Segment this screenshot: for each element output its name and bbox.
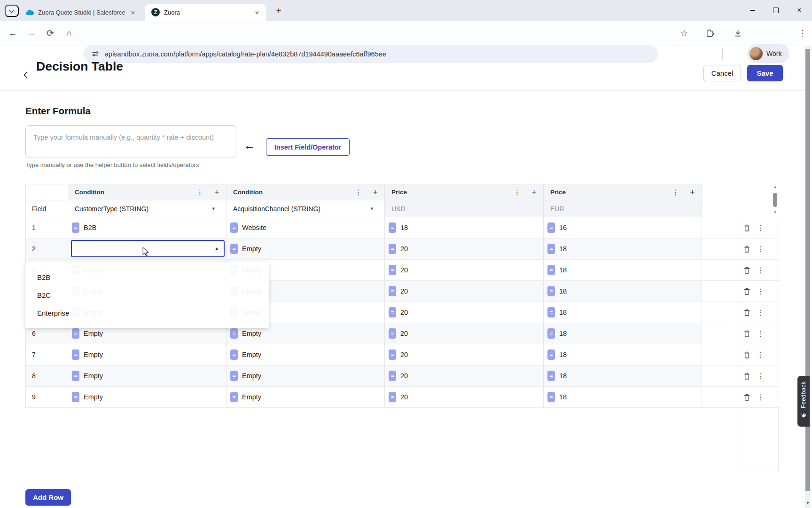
add-column-icon[interactable]: +	[373, 184, 378, 200]
table-scrollbar[interactable]: ▲ ▼	[772, 185, 778, 215]
field-select-customer-type[interactable]: CustomerType (STRING) ▾	[68, 200, 226, 217]
cancel-button[interactable]: Cancel	[703, 65, 741, 81]
column-menu-icon[interactable]: ⋮	[355, 184, 362, 200]
condition-1-cell[interactable]: ▴	[68, 238, 226, 259]
site-info-icon[interactable]	[91, 50, 99, 58]
add-row-button[interactable]: Add Row	[25, 489, 71, 506]
feedback-tab[interactable]: Feedback	[797, 376, 810, 427]
cell-value: 18	[559, 266, 567, 274]
page-scroll-down-icon[interactable]: ▼	[805, 499, 811, 507]
delete-row-button[interactable]	[743, 351, 750, 359]
delete-row-button[interactable]	[743, 287, 750, 295]
dropdown-option[interactable]: Enterprise	[25, 304, 269, 322]
condition-1-cell[interactable]: =Empty	[68, 344, 226, 365]
download-icon[interactable]	[729, 21, 746, 46]
column-menu-icon[interactable]: ⋮	[672, 184, 679, 200]
price-usd-cell[interactable]: =20	[385, 238, 544, 259]
price-usd-cell[interactable]: =20	[385, 344, 544, 365]
bookmark-star-icon[interactable]: ☆	[676, 21, 693, 46]
caret-down-icon: ▾	[212, 206, 215, 212]
cell-value: 18	[559, 330, 567, 337]
price-eur-cell[interactable]: =18	[544, 260, 702, 280]
window-minimize-button[interactable]	[742, 0, 763, 21]
url-text[interactable]: apisandbox.zuora.com/platform/apps/catal…	[105, 50, 386, 58]
save-button[interactable]: Save	[747, 65, 783, 81]
profile-button[interactable]: Work	[747, 44, 789, 63]
browser-menu-icon[interactable]: ⋮	[795, 21, 810, 46]
price-usd-cell[interactable]: =20	[385, 281, 544, 302]
delete-row-button[interactable]	[743, 372, 750, 380]
price-usd-cell[interactable]: =20	[385, 365, 544, 386]
row-menu-button[interactable]: ⋮	[757, 372, 765, 381]
add-column-icon[interactable]: +	[531, 184, 537, 200]
add-column-icon[interactable]: +	[690, 184, 695, 200]
row-menu-button[interactable]: ⋮	[757, 266, 765, 275]
price-eur-cell[interactable]: =18	[544, 281, 702, 302]
delete-row-button[interactable]	[743, 309, 750, 317]
row-menu-button[interactable]: ⋮	[757, 287, 765, 296]
price-usd-cell[interactable]: =18	[385, 217, 544, 238]
condition-1-cell[interactable]: =Empty	[68, 365, 226, 386]
condition-2-cell[interactable]: =Website	[226, 217, 385, 238]
column-menu-icon[interactable]: ⋮	[514, 184, 521, 200]
window-maximize-button[interactable]	[765, 0, 787, 21]
delete-row-button[interactable]	[743, 224, 750, 232]
dropdown-option[interactable]: B2B	[25, 268, 269, 286]
condition-1-cell[interactable]: =Empty	[68, 387, 226, 407]
table-scrollbar-thumb[interactable]	[773, 193, 777, 207]
delete-row-button[interactable]	[743, 393, 750, 401]
condition-2-cell[interactable]: =Empty	[226, 387, 385, 407]
price-usd-cell[interactable]: =20	[385, 387, 544, 407]
field-select-acquisition-channel[interactable]: AcquisitionChannel (STRING) ▾	[226, 200, 385, 217]
row-menu-button[interactable]: ⋮	[757, 329, 765, 338]
price-eur-cell[interactable]: =18	[544, 344, 702, 365]
scroll-down-icon[interactable]: ▼	[773, 210, 777, 215]
row-menu-button[interactable]: ⋮	[757, 350, 765, 359]
row-menu-button[interactable]: ⋮	[757, 393, 765, 402]
delete-row-button[interactable]	[743, 330, 750, 338]
price-eur-cell[interactable]: =18	[544, 387, 702, 407]
back-button[interactable]: ←	[5, 21, 21, 46]
row-menu-button[interactable]: ⋮	[757, 308, 765, 317]
window-close-button[interactable]: ×	[789, 0, 810, 21]
add-column-icon[interactable]: +	[214, 184, 219, 200]
tab-search-button[interactable]	[5, 5, 19, 17]
tab-close-button[interactable]: ×	[253, 8, 261, 16]
extensions-icon[interactable]	[701, 21, 718, 46]
condition-combobox-open[interactable]: ▴	[71, 240, 225, 257]
header-divider	[0, 90, 804, 91]
delete-row-button[interactable]	[743, 245, 750, 253]
insert-field-operator-button[interactable]: Insert Field/Operator	[266, 138, 350, 156]
price-usd-cell[interactable]: =20	[385, 302, 544, 323]
new-tab-button[interactable]: +	[273, 5, 285, 17]
row-menu-button[interactable]: ⋮	[757, 223, 765, 232]
price-eur-cell[interactable]: =18	[544, 302, 702, 323]
column-menu-icon[interactable]: ⋮	[196, 184, 203, 200]
condition-1-cell[interactable]: =B2B	[68, 217, 226, 238]
delete-row-button[interactable]	[743, 266, 750, 274]
price-eur-cell[interactable]: =16	[544, 217, 702, 238]
reload-button[interactable]: ⟳	[42, 21, 58, 46]
home-button[interactable]: ⌂	[61, 21, 77, 46]
value-chip: =20	[385, 286, 408, 296]
price-eur-cell[interactable]: =18	[544, 365, 702, 386]
dropdown-option[interactable]: B2C	[25, 286, 269, 304]
address-bar[interactable]: apisandbox.zuora.com/platform/apps/catal…	[84, 45, 658, 63]
price-eur-cell[interactable]: =18	[544, 323, 702, 344]
condition-2-cell[interactable]: =Empty	[226, 344, 385, 365]
formula-input[interactable]	[25, 125, 236, 158]
tab-salesforce[interactable]: Zuora Quote Studio | Salesforce ×	[19, 4, 142, 21]
forward-button[interactable]: →	[23, 21, 39, 46]
price-eur-cell[interactable]: =18	[544, 238, 702, 259]
page-scrollbar[interactable]: ▼	[805, 46, 811, 508]
price-usd-cell[interactable]: =20	[385, 260, 544, 280]
scroll-up-icon[interactable]: ▲	[773, 185, 777, 190]
row-menu-button[interactable]: ⋮	[757, 245, 765, 254]
tab-zuora[interactable]: Z Zuora ×	[145, 4, 266, 21]
condition-2-cell[interactable]: =Empty	[226, 238, 385, 259]
price-usd-cell[interactable]: =20	[385, 323, 544, 344]
page-back-button[interactable]	[20, 68, 32, 81]
cell-value: 20	[400, 266, 408, 274]
tab-close-button[interactable]: ×	[129, 8, 137, 16]
condition-2-cell[interactable]: =Empty	[226, 365, 385, 386]
